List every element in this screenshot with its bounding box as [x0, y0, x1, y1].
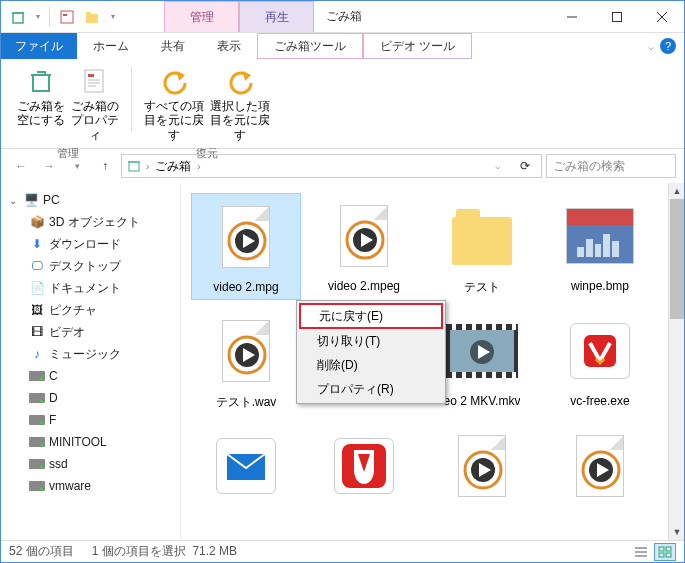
thumbnails-view-button[interactable] — [654, 543, 676, 561]
file-item[interactable]: winpe.bmp — [545, 193, 655, 300]
videos-icon: 🎞 — [29, 324, 45, 340]
tree-desktop[interactable]: 🖵デスクトップ — [1, 255, 180, 277]
desktop-icon: 🖵 — [29, 258, 45, 274]
trash-empty-icon — [25, 65, 57, 97]
file-label: vc-free.exe — [570, 394, 629, 408]
tree-videos[interactable]: 🎞ビデオ — [1, 321, 180, 343]
file-item[interactable] — [545, 423, 655, 509]
scroll-down-icon[interactable]: ▼ — [669, 524, 684, 540]
contextual-tab-play[interactable]: 再生 — [239, 1, 314, 32]
file-label: winpe.bmp — [571, 279, 629, 293]
breadcrumb-segment[interactable]: ごみ箱 — [153, 158, 193, 175]
tree-drive-vmware[interactable]: vmware — [1, 475, 180, 497]
tab-video-tools[interactable]: ビデオ ツール — [363, 33, 472, 59]
search-input[interactable]: ごみ箱の検索 — [546, 154, 676, 178]
empty-label: ごみ箱を空にする — [17, 99, 65, 128]
path-chevron-icon[interactable]: › — [197, 161, 200, 172]
recycle-bin-icon[interactable] — [7, 6, 29, 28]
tree-pc[interactable]: ⌄🖥️PC — [1, 189, 180, 211]
status-bar: 52 個の項目 1 個の項目を選択 71.2 MB — [1, 540, 684, 562]
tree-3d[interactable]: 📦3D オブジェクト — [1, 211, 180, 233]
tree-drive-c[interactable]: C — [1, 365, 180, 387]
maximize-button[interactable] — [594, 1, 639, 33]
svg-rect-2 — [63, 14, 67, 16]
svg-rect-28 — [659, 553, 664, 557]
tree-drive-d[interactable]: D — [1, 387, 180, 409]
navigation-tree: ⌄🖥️PC 📦3D オブジェクト ⬇ダウンロード 🖵デスクトップ 📄ドキュメント… — [1, 183, 181, 540]
tab-recyclebin-tools[interactable]: ごみ箱ツール — [257, 33, 363, 59]
tree-documents[interactable]: 📄ドキュメント — [1, 277, 180, 299]
address-path[interactable]: › ごみ箱 › ⌵ ⟳ — [121, 154, 542, 178]
status-count: 52 個の項目 — [9, 543, 74, 560]
ctx-properties[interactable]: プロパティ(R) — [299, 377, 443, 401]
history-dropdown[interactable]: ⌵ — [485, 154, 509, 178]
tree-music[interactable]: ♪ミュージック — [1, 343, 180, 365]
file-item[interactable] — [427, 423, 537, 509]
context-menu: 元に戻す(E) 切り取り(T) 削除(D) プロパティ(R) — [296, 300, 446, 404]
file-label: テスト.wav — [216, 394, 277, 411]
drive-icon — [29, 368, 45, 384]
restore-all-button[interactable]: すべての項目を元に戻す — [142, 63, 206, 144]
svg-rect-1 — [61, 11, 73, 23]
tree-drive-ssd[interactable]: ssd — [1, 453, 180, 475]
tab-share[interactable]: 共有 — [145, 33, 201, 59]
file-item[interactable]: vc-free.exe — [545, 308, 655, 415]
svg-rect-29 — [666, 553, 671, 557]
ctx-restore[interactable]: 元に戻す(E) — [299, 303, 443, 329]
svg-rect-26 — [659, 547, 664, 551]
svg-rect-0 — [13, 13, 23, 23]
drive-icon — [29, 456, 45, 472]
tree-pictures[interactable]: 🖼ピクチャ — [1, 299, 180, 321]
tab-home[interactable]: ホーム — [77, 33, 145, 59]
minimize-button[interactable] — [549, 1, 594, 33]
tab-file[interactable]: ファイル — [1, 33, 77, 59]
file-item[interactable]: テスト — [427, 193, 537, 300]
close-button[interactable] — [639, 1, 684, 33]
file-item[interactable]: video 2.mpeg — [309, 193, 419, 300]
scroll-thumb[interactable] — [670, 199, 684, 319]
tree-drive-minitool[interactable]: MINITOOL — [1, 431, 180, 453]
ribbon: ごみ箱を空にする ごみ箱のプロパティ 管理 すべての項目を元に戻す 選択した項目… — [1, 59, 684, 149]
file-item[interactable]: テスト.wav — [191, 308, 301, 415]
svg-rect-8 — [88, 74, 94, 77]
props-label: ごみ箱のプロパティ — [71, 99, 119, 142]
tree-drive-f[interactable]: F — [1, 409, 180, 431]
recycle-bin-properties-button[interactable]: ごみ箱のプロパティ — [69, 63, 121, 144]
vertical-scrollbar[interactable]: ▲ ▼ — [668, 183, 684, 540]
drive-icon — [29, 434, 45, 450]
back-button[interactable]: ← — [9, 154, 33, 178]
file-item[interactable] — [309, 423, 419, 509]
svg-rect-6 — [33, 75, 49, 91]
help-icon[interactable]: ? — [660, 38, 676, 54]
tree-downloads[interactable]: ⬇ダウンロード — [1, 233, 180, 255]
file-item[interactable] — [191, 423, 301, 509]
new-folder-icon[interactable] — [82, 6, 104, 28]
forward-button[interactable]: → — [37, 154, 61, 178]
qat-customize[interactable]: ▾ — [108, 6, 118, 28]
contextual-tab-manage[interactable]: 管理 — [164, 1, 239, 32]
restore-selected-button[interactable]: 選択した項目を元に戻す — [208, 63, 272, 144]
title-bar: ▾ ▾ 管理 再生 ごみ箱 — [1, 1, 684, 33]
ctx-delete[interactable]: 削除(D) — [299, 353, 443, 377]
up-button[interactable]: ↑ — [93, 154, 117, 178]
properties-sheet-icon — [79, 65, 111, 97]
path-chevron-icon[interactable]: › — [146, 161, 149, 172]
qat-dropdown[interactable]: ▾ — [33, 6, 43, 28]
folder-icon — [452, 217, 512, 265]
mail-icon — [216, 438, 276, 494]
restore-all-label: すべての項目を元に戻す — [144, 99, 204, 142]
scroll-up-icon[interactable]: ▲ — [669, 183, 684, 199]
file-item[interactable]: video 2.mpg — [191, 193, 301, 300]
recent-dropdown[interactable]: ▾ — [65, 154, 89, 178]
properties-icon[interactable] — [56, 6, 78, 28]
restore-sel-label: 選択した項目を元に戻す — [210, 99, 270, 142]
ctx-cut[interactable]: 切り取り(T) — [299, 329, 443, 353]
refresh-button[interactable]: ⟳ — [513, 154, 537, 178]
details-view-button[interactable] — [630, 543, 652, 561]
quick-access-toolbar: ▾ ▾ — [1, 1, 124, 32]
tab-view[interactable]: 表示 — [201, 33, 257, 59]
ribbon-expand-icon[interactable]: ⌵ — [648, 41, 654, 52]
svg-rect-9 — [129, 162, 139, 171]
app-shield-icon — [334, 438, 394, 494]
empty-recycle-bin-button[interactable]: ごみ箱を空にする — [15, 63, 67, 144]
